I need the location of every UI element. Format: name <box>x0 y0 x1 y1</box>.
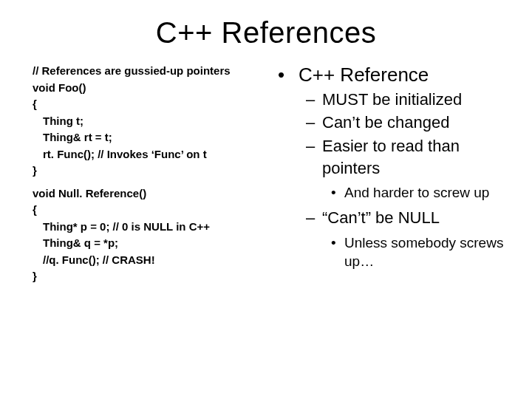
slide-title: C++ References <box>0 0 532 57</box>
bullet-dot-icon: • <box>331 183 344 202</box>
bullet-text: Can’t be changed <box>322 112 449 134</box>
bullet-level-2: – “Can’t” be NULL <box>278 207 514 229</box>
bullet-dot-icon: • <box>278 63 299 87</box>
code-line: } <box>33 163 273 180</box>
code-line: } <box>33 268 273 285</box>
spacer <box>33 180 273 185</box>
code-line: Thing* p = 0; // 0 is NULL in C++ <box>33 219 273 236</box>
bullet-level-2: – Easier to read than pointers <box>278 135 514 179</box>
bullet-dash-icon: – <box>306 89 322 111</box>
code-line: // References are gussied-up pointers <box>33 63 273 80</box>
bullet-level-1: • C++ Reference <box>278 63 514 87</box>
bullet-level-3: • And harder to screw up <box>278 183 514 202</box>
bullet-dash-icon: – <box>306 135 322 179</box>
code-line: Thing t; <box>33 113 273 130</box>
code-line: //q. Func(); // CRASH! <box>33 252 273 269</box>
code-line: Thing& q = *p; <box>33 235 273 252</box>
bullet-dash-icon: – <box>306 112 322 134</box>
bullet-text: Unless somebody screws up… <box>344 233 514 271</box>
bullet-column: • C++ Reference – MUST be initialized – … <box>273 63 514 285</box>
bullet-level-2: – Can’t be changed <box>278 112 514 134</box>
bullet-level-2: – MUST be initialized <box>278 89 514 111</box>
slide-body: // References are gussied-up pointers vo… <box>0 57 532 285</box>
code-line: { <box>33 96 273 113</box>
bullet-text: Easier to read than pointers <box>322 135 514 179</box>
code-line: Thing& rt = t; <box>33 129 273 146</box>
code-line: rt. Func(); // Invokes ‘Func’ on t <box>33 146 273 163</box>
bullet-dash-icon: – <box>306 207 322 229</box>
bullet-text: MUST be initialized <box>322 89 462 111</box>
bullet-text: C++ Reference <box>299 63 429 87</box>
code-column: // References are gussied-up pointers vo… <box>33 63 273 285</box>
code-line: { <box>33 202 273 219</box>
bullet-text: “Can’t” be NULL <box>322 207 440 229</box>
bullet-text: And harder to screw up <box>344 183 489 202</box>
code-line: void Foo() <box>33 80 273 97</box>
code-line: void Null. Reference() <box>33 185 273 202</box>
bullet-dot-icon: • <box>331 233 344 271</box>
slide: C++ References // References are gussied… <box>0 0 532 399</box>
bullet-level-3: • Unless somebody screws up… <box>278 233 514 271</box>
